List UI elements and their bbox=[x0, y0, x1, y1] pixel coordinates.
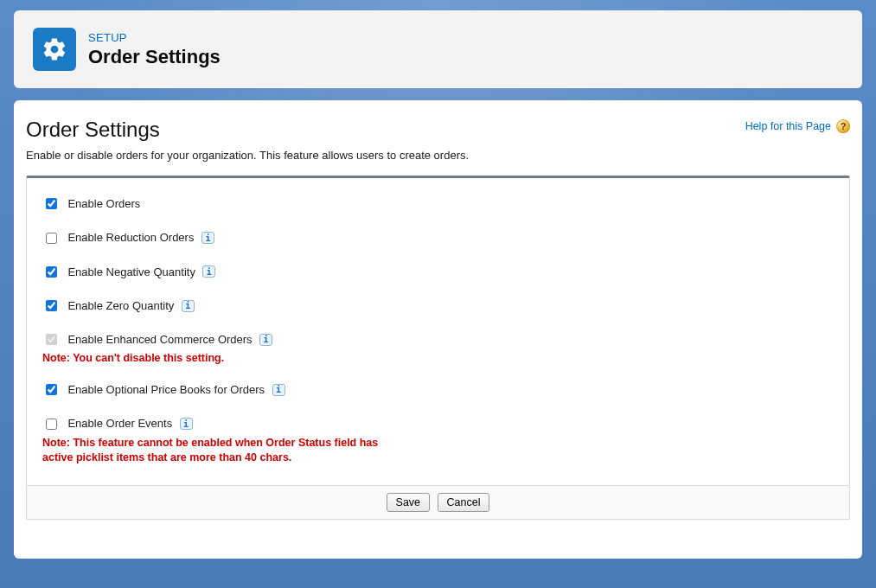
button-row: Save Cancel bbox=[26, 486, 850, 520]
setup-header: SETUP Order Settings bbox=[14, 10, 862, 88]
enable-zero-quantity-label: Enable Zero Quantity bbox=[67, 299, 174, 312]
enable-enhanced-commerce-orders-checkbox[interactable] bbox=[46, 334, 57, 345]
breadcrumb: SETUP bbox=[88, 31, 221, 44]
enable-orders-label: Enable Orders bbox=[67, 197, 140, 210]
gear-icon bbox=[33, 28, 76, 71]
enable-zero-quantity-checkbox[interactable] bbox=[46, 300, 57, 311]
header-title: Order Settings bbox=[88, 46, 221, 68]
info-icon[interactable]: i bbox=[202, 265, 215, 278]
cancel-button[interactable]: Cancel bbox=[438, 493, 490, 512]
enable-reduction-orders-label: Enable Reduction Orders bbox=[67, 232, 194, 245]
help-link-label: Help for this Page bbox=[745, 120, 831, 132]
info-icon[interactable]: i bbox=[182, 300, 195, 312]
settings-block: Enable Orders Enable Reduction Orders i … bbox=[26, 176, 850, 486]
help-link[interactable]: Help for this Page ? bbox=[745, 119, 850, 133]
info-icon[interactable]: i bbox=[180, 418, 193, 430]
info-icon[interactable]: i bbox=[201, 232, 214, 244]
save-button[interactable]: Save bbox=[387, 493, 431, 512]
main-panel: Order Settings Help for this Page ? Enab… bbox=[14, 100, 862, 559]
enable-optional-price-books-checkbox[interactable] bbox=[46, 384, 57, 395]
enable-orders-checkbox[interactable] bbox=[46, 198, 57, 209]
enable-order-events-checkbox[interactable] bbox=[46, 419, 57, 430]
enable-enhanced-commerce-orders-label: Enable Enhanced Commerce Orders bbox=[67, 333, 252, 346]
enable-negative-quantity-label: Enable Negative Quantity bbox=[67, 265, 195, 278]
page-title: Order Settings bbox=[26, 118, 160, 142]
enable-order-events-label: Enable Order Events bbox=[67, 418, 172, 431]
order-events-note: Note: This feature cannot be enabled whe… bbox=[42, 436, 406, 465]
enhanced-commerce-note: Note: You can't disable this setting. bbox=[42, 351, 406, 366]
enable-negative-quantity-checkbox[interactable] bbox=[46, 266, 57, 278]
info-icon[interactable]: i bbox=[259, 334, 272, 346]
help-icon: ? bbox=[836, 119, 850, 133]
enable-optional-price-books-label: Enable Optional Price Books for Orders bbox=[67, 383, 265, 396]
enable-reduction-orders-checkbox[interactable] bbox=[46, 233, 57, 244]
page-description: Enable or disable orders for your organi… bbox=[26, 149, 850, 162]
info-icon[interactable]: i bbox=[272, 384, 285, 396]
